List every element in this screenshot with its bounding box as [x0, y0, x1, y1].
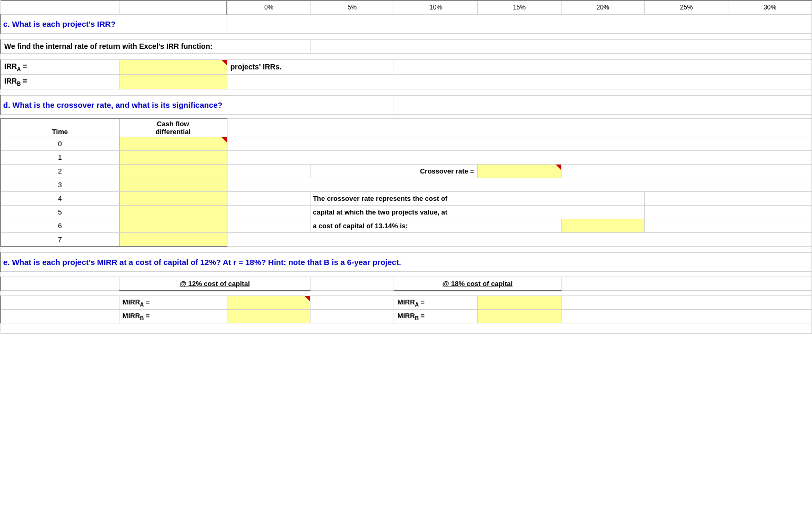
cf-diff-header: Cash flow differential: [119, 118, 227, 137]
mirr-header-empty3: [561, 277, 811, 291]
col-a-blank: [1, 1, 119, 14]
blank-row-2: [1, 53, 812, 59]
blank-2: [1, 53, 812, 59]
section-c-title-row: c. What is each project's IRR?: [1, 14, 812, 33]
blank-1: [1, 33, 812, 39]
time-0-empty: [227, 137, 811, 151]
section-d-empty: [394, 95, 812, 114]
irr-b-empty: [227, 74, 811, 89]
time-2-cf[interactable]: [119, 165, 227, 178]
time-2-row: 2 Crossover rate =: [1, 165, 812, 178]
crossover-desc2-empty: [227, 206, 310, 219]
pct-25: 25%: [645, 1, 728, 14]
irr-a-input[interactable]: [119, 59, 227, 74]
mirr-a-12pct-input[interactable]: [227, 296, 310, 310]
irr-description-row: We find the internal rate of return with…: [1, 39, 812, 53]
cf-header-empty: [227, 118, 811, 137]
mirr-a-row: MIRRA = MIRRA =: [1, 296, 812, 310]
blank-3: [1, 89, 812, 95]
section-c-title-empty: [227, 14, 811, 33]
crossover-desc2: capital at which the two projects value,…: [310, 206, 645, 219]
blank-row-3: [1, 89, 812, 95]
section-e-title-row: e. What is each project's MIRR at a cost…: [1, 253, 812, 272]
mirr-b-18pct-label: MIRRB =: [394, 310, 478, 323]
mirr-b-row: MIRRB = MIRRB =: [1, 310, 812, 323]
mirr-a-12pct-label: MIRRA =: [119, 296, 227, 310]
mirr-b-empty1: [1, 310, 119, 323]
irr-a-row: IRRA = projects' IRRs.: [1, 59, 812, 74]
mirr-b-12pct-label: MIRRB =: [119, 310, 227, 323]
time-7-row: 7: [1, 233, 812, 247]
time-6-row: 6 a cost of capital of 13.14% is:: [1, 219, 812, 233]
time-1-row: 1: [1, 151, 812, 165]
blank-row-1: [1, 33, 812, 39]
section-d-title: d. What is the crossover rate, and what …: [1, 95, 394, 114]
time-4-cf[interactable]: [119, 192, 227, 206]
time-3-cf[interactable]: [119, 178, 227, 192]
irr-description: We find the internal rate of return with…: [1, 39, 310, 53]
blank-row-6: [1, 272, 812, 277]
time-7-empty: [227, 233, 811, 247]
mirr-a-empty2: [310, 296, 394, 310]
mirr-a-18pct-input[interactable]: [477, 296, 561, 310]
crossover-value-input[interactable]: [561, 219, 645, 233]
mirr-header-empty1: [1, 277, 119, 291]
mirr-12pct-label: @ 12% cost of capital: [119, 277, 310, 291]
spreadsheet: 0% 5% 10% 15% 20% 25% 30% c.: [0, 0, 812, 334]
time-0-row: 0: [1, 137, 812, 151]
pct-header-row: 0% 5% 10% 15% 20% 25% 30%: [1, 1, 812, 14]
blank-bottom: [1, 323, 812, 334]
time-6-cf[interactable]: [119, 219, 227, 233]
blank-row-5: [1, 247, 812, 253]
crossover-desc1: The crossover rate represents the cost o…: [310, 192, 645, 206]
time-1-empty: [227, 151, 811, 165]
blank-5: [1, 247, 812, 253]
pct-5: 5%: [310, 1, 394, 14]
time-5-cf[interactable]: [119, 206, 227, 219]
time-5-label: 5: [1, 206, 119, 219]
time-3-empty: [227, 178, 811, 192]
mirr-b-empty2: [310, 310, 394, 323]
section-e-title: e. What is each project's MIRR at a cost…: [1, 253, 812, 272]
irr-a-empty: [394, 59, 812, 74]
crossover-desc3: a cost of capital of 13.14% is:: [310, 219, 561, 233]
time-1-cf[interactable]: [119, 151, 227, 165]
irr-a-projects-irrs: projects' IRRs.: [227, 59, 394, 74]
crossover-empty-2: [561, 165, 811, 178]
cf-time-header: Time: [1, 118, 119, 137]
time-6-empty: [645, 219, 812, 233]
irr-b-input[interactable]: [119, 74, 227, 89]
irr-a-label: IRRA =: [1, 59, 119, 74]
time-7-cf[interactable]: [119, 233, 227, 247]
mirr-header-row: @ 12% cost of capital @ 18% cost of capi…: [1, 277, 812, 291]
irr-b-row: IRRB =: [1, 74, 812, 89]
time-7-label: 7: [1, 233, 119, 247]
blank-row-4: [1, 114, 812, 118]
crossover-input[interactable]: [477, 165, 561, 178]
crossover-desc3-empty: [227, 219, 310, 233]
time-4-label: 4: [1, 192, 119, 206]
time-5-empty: [645, 206, 812, 219]
mirr-a-empty3: [561, 296, 811, 310]
mirr-b-empty3: [561, 310, 811, 323]
time-1-label: 1: [1, 151, 119, 165]
section-d-title-row: d. What is the crossover rate, and what …: [1, 95, 812, 114]
time-3-label: 3: [1, 178, 119, 192]
pct-10: 10%: [394, 1, 478, 14]
mirr-b-12pct-input[interactable]: [227, 310, 310, 323]
time-5-row: 5 capital at which the two projects valu…: [1, 206, 812, 219]
pct-15: 15%: [477, 1, 561, 14]
mirr-b-18pct-input[interactable]: [477, 310, 561, 323]
mirr-a-18pct-label: MIRRA =: [394, 296, 478, 310]
time-0-cf[interactable]: [119, 137, 227, 151]
time-6-label: 6: [1, 219, 119, 233]
blank-7: [1, 291, 812, 296]
blank-4: [1, 114, 812, 118]
pct-0: 0%: [227, 1, 310, 14]
mirr-a-empty1: [1, 296, 119, 310]
time-0-label: 0: [1, 137, 119, 151]
crossover-empty-1: [227, 165, 310, 178]
crossover-desc-empty: [227, 192, 310, 206]
crossover-label: Crossover rate =: [310, 165, 478, 178]
blank-6: [1, 272, 812, 277]
